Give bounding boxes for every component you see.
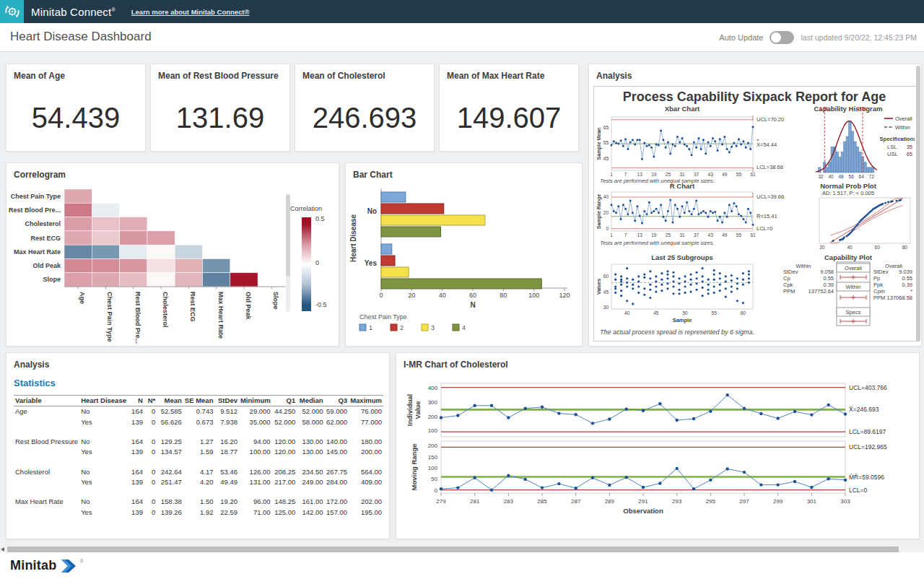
data-point: [693, 141, 695, 143]
data-point: [622, 145, 624, 147]
x-tick-label: 49: [722, 172, 728, 177]
data-point: [855, 225, 858, 227]
data-point: [850, 231, 852, 233]
legend-tick: 0: [315, 259, 319, 266]
stats-cell: 35.000: [239, 417, 272, 427]
footer-brand-text: Minitab: [10, 558, 56, 573]
data-point: [639, 215, 641, 217]
stats-cell: No: [79, 467, 128, 477]
stats-cell: 52.585: [157, 406, 183, 417]
data-point: [667, 141, 669, 143]
scroll-left-arrow-icon[interactable]: [1, 547, 4, 552]
y-tick-label: 200: [428, 443, 438, 449]
stats-col-header: N: [128, 396, 144, 406]
bar-chart[interactable]: 020406080100120NHeart DiseaseNoYesChest …: [346, 180, 582, 346]
data-point: [675, 419, 678, 422]
sixpack-scrollbar-thumb[interactable]: [916, 66, 920, 341]
x-tick-label: 291: [638, 498, 648, 505]
sixpack-chart[interactable]: Process Capability Sixpack Report for Ag…: [594, 87, 915, 339]
data-point: [672, 285, 674, 287]
overall-stat-value: 0.39: [902, 282, 912, 288]
stats-row: AgeNo164052.5850.7439.51229.00044.25052.…: [14, 406, 383, 417]
data-point: [622, 204, 624, 206]
x-tick-label: 279: [436, 498, 446, 505]
minitab-connect-logo[interactable]: [0, 0, 24, 23]
horizontal-scrollbar-thumb[interactable]: [7, 547, 899, 552]
data-point: [665, 147, 667, 149]
data-point: [719, 284, 721, 286]
data-point: [695, 277, 697, 279]
data-point: [713, 273, 715, 275]
usl-label: USL: [858, 106, 868, 111]
heatmap-cell: [203, 273, 230, 287]
data-point: [637, 285, 640, 287]
data-point: [624, 208, 627, 210]
data-point: [641, 222, 643, 224]
data-point: [736, 287, 738, 290]
bar-yes-cpt3: [381, 267, 409, 277]
x-tick-label: 80: [902, 245, 908, 250]
panel-title: I-MR Chart of Cholesterol: [404, 360, 508, 370]
last-updated-text: last updated 9/20/22, 12:45:23 PM: [801, 33, 917, 42]
auto-update-toggle[interactable]: [770, 31, 794, 44]
data-point: [702, 295, 704, 297]
stats-cell: 100.00: [239, 447, 272, 457]
within-stat-value: 137752.64: [808, 288, 834, 295]
data-point: [681, 205, 684, 207]
kpi-value: 149.607: [440, 102, 578, 134]
data-point: [557, 412, 560, 414]
data-point: [658, 482, 661, 484]
data-point: [662, 139, 664, 141]
data-point: [617, 143, 619, 145]
data-point: [854, 226, 856, 228]
data-point: [851, 230, 853, 232]
data-point: [700, 148, 702, 150]
data-point: [620, 275, 622, 277]
kpi-label: Mean of Rest Blood Pressure: [158, 71, 279, 81]
data-point: [614, 285, 616, 287]
y-tick-label: 0: [606, 226, 609, 231]
data-point: [661, 272, 663, 274]
y-tick-label: 0: [435, 487, 438, 494]
statistics-section-link[interactable]: Statistics: [14, 378, 56, 388]
stats-cell: 4.17: [183, 467, 215, 477]
overall-stat-label: Cpm: [873, 288, 885, 295]
x-tick-label: 1: [610, 232, 613, 238]
x-tick-label: 19: [651, 232, 657, 238]
stats-cell: 52.000: [272, 417, 297, 427]
horizontal-scrollbar[interactable]: [0, 547, 924, 552]
spec-label: LSL: [887, 144, 897, 150]
lcl-label: LCL=0: [849, 487, 868, 494]
data-point: [646, 213, 648, 215]
data-point: [707, 284, 710, 286]
data-point: [844, 412, 847, 415]
stats-cell: 208.25: [272, 467, 297, 477]
data-point: [665, 219, 667, 222]
stats-row: Rest Blood PressureNo1640129.251.2716.20…: [14, 437, 383, 447]
heatmap-cell: [120, 231, 147, 245]
learn-more-link[interactable]: Learn more about Minitab Connect®: [131, 8, 250, 16]
x-tick-label: 72: [869, 174, 875, 179]
heatmap-cell: [64, 217, 92, 231]
data-point: [629, 141, 632, 143]
heatmap-cell: [64, 273, 92, 287]
bar-yes-cpt1: [381, 244, 392, 254]
x-tick-label: 19: [651, 172, 657, 177]
data-point: [692, 417, 695, 420]
imr-chart[interactable]: 100200300400UCL=403.766X̄=246.693LCL=89.…: [396, 370, 919, 536]
xbar-footnote: Tests are performed with unequal sample …: [600, 178, 715, 184]
data-point: [731, 210, 733, 212]
page-header: Heart Disease Dashboard Auto Update last…: [0, 23, 924, 52]
stats-cell: [14, 477, 79, 487]
stats-cell: 9.512: [214, 406, 239, 417]
data-point: [881, 203, 884, 205]
minitab-footer-logo[interactable]: Minitab ®: [10, 558, 84, 573]
stats-cell: 161.00: [297, 497, 324, 507]
data-point: [643, 294, 645, 296]
stats-col-header: Maximum: [349, 396, 383, 406]
x-tick-label: 43: [708, 232, 714, 238]
data-point: [620, 290, 622, 292]
stats-cell: 131.00: [239, 477, 272, 487]
data-point: [884, 202, 886, 204]
legend-label: 4: [462, 324, 466, 331]
